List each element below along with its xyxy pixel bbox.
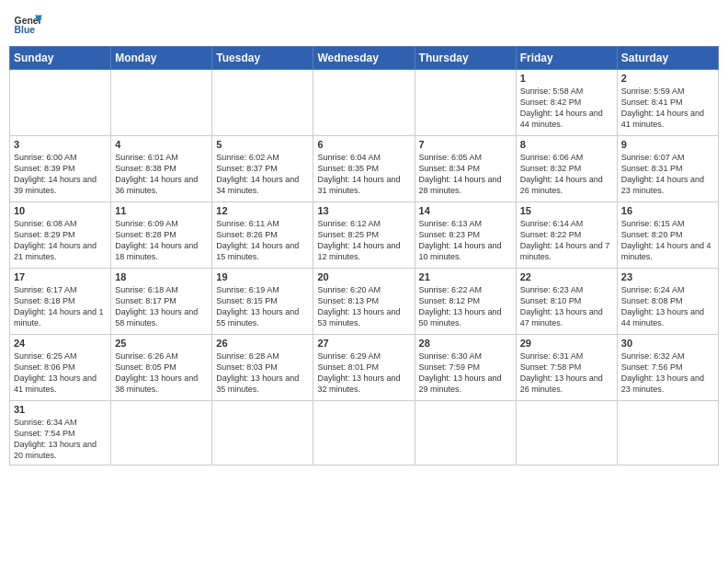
calendar-cell xyxy=(10,70,111,136)
week-row-5: 31Sunrise: 6:34 AM Sunset: 7:54 PM Dayli… xyxy=(10,401,719,465)
day-header-friday: Friday xyxy=(516,47,617,70)
calendar-cell xyxy=(313,401,415,465)
cell-info: Sunrise: 6:12 AM Sunset: 8:25 PM Dayligh… xyxy=(317,218,410,263)
header-row: SundayMondayTuesdayWednesdayThursdayFrid… xyxy=(10,47,719,70)
cell-date: 11 xyxy=(115,205,208,216)
calendar-cell: 7Sunrise: 6:05 AM Sunset: 8:34 PM Daylig… xyxy=(415,136,516,202)
calendar-cell: 22Sunrise: 6:23 AM Sunset: 8:10 PM Dayli… xyxy=(516,269,617,335)
cell-info: Sunrise: 6:17 AM Sunset: 8:18 PM Dayligh… xyxy=(14,284,107,329)
calendar-cell: 31Sunrise: 6:34 AM Sunset: 7:54 PM Dayli… xyxy=(10,401,111,465)
calendar-cell: 13Sunrise: 6:12 AM Sunset: 8:25 PM Dayli… xyxy=(313,202,415,269)
cell-info: Sunrise: 5:59 AM Sunset: 8:41 PM Dayligh… xyxy=(621,86,714,131)
week-row-3: 17Sunrise: 6:17 AM Sunset: 8:18 PM Dayli… xyxy=(10,269,719,335)
calendar-cell: 11Sunrise: 6:09 AM Sunset: 8:28 PM Dayli… xyxy=(111,202,212,269)
calendar-cell: 19Sunrise: 6:19 AM Sunset: 8:15 PM Dayli… xyxy=(212,269,313,335)
cell-date: 12 xyxy=(216,205,309,216)
cell-date: 10 xyxy=(14,205,107,216)
cell-info: Sunrise: 6:07 AM Sunset: 8:31 PM Dayligh… xyxy=(621,152,714,197)
day-header-sunday: Sunday xyxy=(10,47,111,70)
cell-info: Sunrise: 5:58 AM Sunset: 8:42 PM Dayligh… xyxy=(520,86,613,131)
calendar-cell: 2Sunrise: 5:59 AM Sunset: 8:41 PM Daylig… xyxy=(617,70,718,136)
cell-info: Sunrise: 6:13 AM Sunset: 8:23 PM Dayligh… xyxy=(419,218,512,263)
calendar-cell: 29Sunrise: 6:31 AM Sunset: 7:58 PM Dayli… xyxy=(516,335,617,401)
cell-date: 22 xyxy=(520,271,613,282)
cell-date: 15 xyxy=(520,205,613,216)
logo: General Blue xyxy=(13,9,42,39)
calendar-cell: 23Sunrise: 6:24 AM Sunset: 8:08 PM Dayli… xyxy=(617,269,718,335)
cell-info: Sunrise: 6:01 AM Sunset: 8:38 PM Dayligh… xyxy=(115,152,208,197)
day-header-wednesday: Wednesday xyxy=(313,47,415,70)
cell-info: Sunrise: 6:11 AM Sunset: 8:26 PM Dayligh… xyxy=(216,218,309,263)
calendar-cell: 30Sunrise: 6:32 AM Sunset: 7:56 PM Dayli… xyxy=(617,335,718,401)
cell-date: 26 xyxy=(216,338,309,349)
calendar-cell xyxy=(212,70,313,136)
cell-date: 2 xyxy=(621,73,714,84)
calendar-cell: 5Sunrise: 6:02 AM Sunset: 8:37 PM Daylig… xyxy=(212,136,313,202)
calendar-cell: 17Sunrise: 6:17 AM Sunset: 8:18 PM Dayli… xyxy=(10,269,111,335)
cell-date: 27 xyxy=(317,338,410,349)
cell-date: 17 xyxy=(14,271,107,282)
week-row-2: 10Sunrise: 6:08 AM Sunset: 8:29 PM Dayli… xyxy=(10,202,719,269)
calendar-cell xyxy=(415,70,516,136)
calendar-cell: 1Sunrise: 5:58 AM Sunset: 8:42 PM Daylig… xyxy=(516,70,617,136)
calendar-cell: 15Sunrise: 6:14 AM Sunset: 8:22 PM Dayli… xyxy=(516,202,617,269)
cell-date: 16 xyxy=(621,205,714,216)
calendar-cell: 10Sunrise: 6:08 AM Sunset: 8:29 PM Dayli… xyxy=(10,202,111,269)
calendar-cell: 26Sunrise: 6:28 AM Sunset: 8:03 PM Dayli… xyxy=(212,335,313,401)
cell-date: 30 xyxy=(621,338,714,349)
cell-info: Sunrise: 6:23 AM Sunset: 8:10 PM Dayligh… xyxy=(520,284,613,329)
svg-text:Blue: Blue xyxy=(15,25,36,35)
cell-date: 20 xyxy=(317,271,410,282)
calendar-cell: 28Sunrise: 6:30 AM Sunset: 7:59 PM Dayli… xyxy=(415,335,516,401)
cell-info: Sunrise: 6:28 AM Sunset: 8:03 PM Dayligh… xyxy=(216,350,309,396)
cell-info: Sunrise: 6:34 AM Sunset: 7:54 PM Dayligh… xyxy=(14,417,107,462)
cell-date: 9 xyxy=(621,139,714,150)
cell-info: Sunrise: 6:25 AM Sunset: 8:06 PM Dayligh… xyxy=(14,350,107,396)
calendar-cell: 18Sunrise: 6:18 AM Sunset: 8:17 PM Dayli… xyxy=(111,269,212,335)
calendar-cell: 16Sunrise: 6:15 AM Sunset: 8:20 PM Dayli… xyxy=(617,202,718,269)
week-row-0: 1Sunrise: 5:58 AM Sunset: 8:42 PM Daylig… xyxy=(10,70,719,136)
calendar-cell xyxy=(111,401,212,465)
calendar-cell: 6Sunrise: 6:04 AM Sunset: 8:35 PM Daylig… xyxy=(313,136,415,202)
calendar-cell: 12Sunrise: 6:11 AM Sunset: 8:26 PM Dayli… xyxy=(212,202,313,269)
cell-info: Sunrise: 6:15 AM Sunset: 8:20 PM Dayligh… xyxy=(621,218,714,263)
cell-date: 3 xyxy=(14,139,107,150)
calendar-cell: 27Sunrise: 6:29 AM Sunset: 8:01 PM Dayli… xyxy=(313,335,415,401)
cell-info: Sunrise: 6:14 AM Sunset: 8:22 PM Dayligh… xyxy=(520,218,613,263)
cell-info: Sunrise: 6:20 AM Sunset: 8:13 PM Dayligh… xyxy=(317,284,410,329)
cell-info: Sunrise: 6:19 AM Sunset: 8:15 PM Dayligh… xyxy=(216,284,309,329)
calendar-cell: 3Sunrise: 6:00 AM Sunset: 8:39 PM Daylig… xyxy=(10,136,111,202)
calendar-cell xyxy=(415,401,516,465)
cell-info: Sunrise: 6:05 AM Sunset: 8:34 PM Dayligh… xyxy=(419,152,512,197)
cell-date: 13 xyxy=(317,205,410,216)
day-header-thursday: Thursday xyxy=(415,47,516,70)
cell-info: Sunrise: 6:02 AM Sunset: 8:37 PM Dayligh… xyxy=(216,152,309,197)
calendar-table: SundayMondayTuesdayWednesdayThursdayFrid… xyxy=(9,46,719,465)
cell-date: 29 xyxy=(520,338,613,349)
cell-date: 31 xyxy=(14,404,107,415)
cell-date: 5 xyxy=(216,139,309,150)
calendar-cell: 25Sunrise: 6:26 AM Sunset: 8:05 PM Dayli… xyxy=(111,335,212,401)
cell-date: 25 xyxy=(115,338,208,349)
day-header-saturday: Saturday xyxy=(617,47,718,70)
cell-info: Sunrise: 6:31 AM Sunset: 7:58 PM Dayligh… xyxy=(520,350,613,396)
cell-info: Sunrise: 6:32 AM Sunset: 7:56 PM Dayligh… xyxy=(621,350,714,396)
header: General Blue xyxy=(9,9,719,39)
cell-info: Sunrise: 6:24 AM Sunset: 8:08 PM Dayligh… xyxy=(621,284,714,329)
day-header-monday: Monday xyxy=(111,47,212,70)
calendar-cell xyxy=(617,401,718,465)
calendar-cell: 14Sunrise: 6:13 AM Sunset: 8:23 PM Dayli… xyxy=(415,202,516,269)
cell-info: Sunrise: 6:04 AM Sunset: 8:35 PM Dayligh… xyxy=(317,152,410,197)
cell-info: Sunrise: 6:26 AM Sunset: 8:05 PM Dayligh… xyxy=(115,350,208,396)
cell-date: 28 xyxy=(419,338,512,349)
calendar-cell: 21Sunrise: 6:22 AM Sunset: 8:12 PM Dayli… xyxy=(415,269,516,335)
cell-date: 1 xyxy=(520,73,613,84)
calendar-cell: 24Sunrise: 6:25 AM Sunset: 8:06 PM Dayli… xyxy=(10,335,111,401)
calendar-cell: 4Sunrise: 6:01 AM Sunset: 8:38 PM Daylig… xyxy=(111,136,212,202)
cell-date: 19 xyxy=(216,271,309,282)
calendar-cell: 9Sunrise: 6:07 AM Sunset: 8:31 PM Daylig… xyxy=(617,136,718,202)
cell-date: 8 xyxy=(520,139,613,150)
cell-info: Sunrise: 6:30 AM Sunset: 7:59 PM Dayligh… xyxy=(419,350,512,396)
cell-info: Sunrise: 6:22 AM Sunset: 8:12 PM Dayligh… xyxy=(419,284,512,329)
cell-info: Sunrise: 6:06 AM Sunset: 8:32 PM Dayligh… xyxy=(520,152,613,197)
